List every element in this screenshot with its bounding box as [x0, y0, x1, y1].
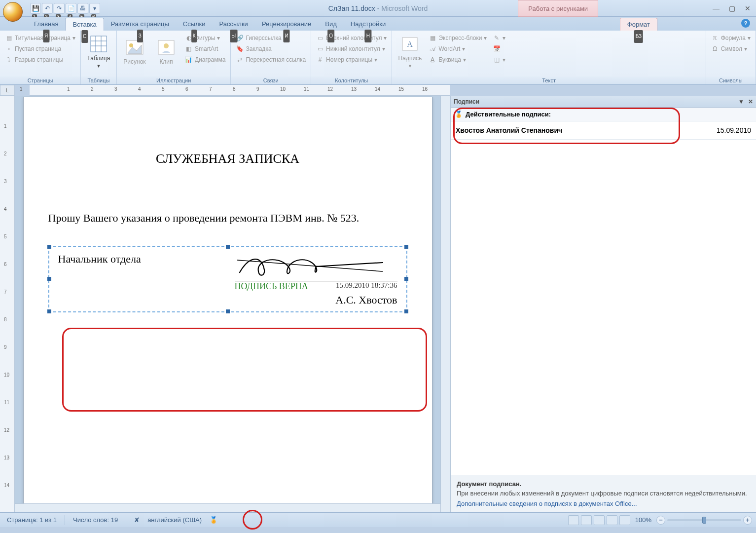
qat-redo[interactable]: ↷3 [54, 3, 65, 14]
quickparts-button[interactable]: ▦Экспресс-блоки ▾ [427, 33, 489, 43]
footer-button[interactable]: ▭Нижний колонтитул ▾ [314, 43, 389, 54]
group-text: A Надпись▼ ▦Экспресс-блоки ▾ 𝒜WordArt ▾ … [392, 31, 706, 84]
header-button[interactable]: ▭Верхний колонтитул ▾ [314, 33, 389, 43]
status-page[interactable]: Страница: 1 из 1 [4, 516, 60, 524]
resize-handle[interactable] [47, 309, 51, 313]
document-area[interactable]: СЛУЖЕБНАЯ ЗАПИСКА Прошу Вашего указания … [15, 96, 440, 512]
wordart-button[interactable]: 𝒜WordArt ▾ [427, 43, 489, 54]
bookmark-button[interactable]: 🔖Закладка [234, 43, 308, 54]
ruler-tick: 12 [4, 427, 9, 433]
maximize-button[interactable]: ▢ [726, 4, 737, 12]
ruler-tick: 15 [398, 86, 404, 92]
horizontal-scrollbar[interactable] [15, 503, 440, 512]
svg-text:A: A [407, 40, 413, 48]
picture-button[interactable]: Рисунок [120, 33, 149, 71]
dropcap-button[interactable]: A̲Буквица ▾ [427, 54, 489, 65]
qat-item-4[interactable]: 📄4 [66, 3, 76, 14]
object-button[interactable]: ◫▾ [491, 54, 507, 65]
chart-button[interactable]: 📊Диаграмма [183, 54, 227, 65]
symbol-button[interactable]: ΩСимвол ▾ [709, 43, 753, 54]
view-full-screen[interactable] [581, 515, 592, 525]
qat-item-6[interactable]: ▾6 [89, 3, 100, 14]
group-label: Страницы [0, 76, 80, 84]
tab-review[interactable]: РецензированиеИ [255, 18, 318, 31]
pane-close-icon[interactable]: ✕ [748, 98, 753, 105]
tab-mailings[interactable]: РассылкиЫ [213, 18, 255, 31]
group-pages: ▤Титульная страница ▾ ▫Пустая страница ⤵… [0, 31, 81, 84]
resize-handle[interactable] [404, 277, 408, 281]
resize-handle[interactable] [226, 309, 230, 313]
keytip: БЗ [634, 30, 644, 43]
signatures-pane-footer: Документ подписан. При внесении любых из… [451, 475, 756, 512]
resize-handle[interactable] [226, 245, 230, 249]
ruler-tick: 14 [375, 86, 380, 92]
pane-dropdown-icon[interactable]: ▼ [738, 98, 744, 105]
signature-object[interactable]: Начальник отдела ПОДПИСЬ ВЕРНА 15.09.201… [48, 246, 407, 312]
keytip: К [191, 30, 197, 42]
minimize-button[interactable]: — [711, 4, 721, 12]
tab-addins[interactable]: НадстройкиН [344, 18, 393, 31]
crossref-button[interactable]: ⇄Перекрестная ссылка [234, 54, 308, 65]
view-outline[interactable] [607, 515, 617, 525]
group-links: 🔗Гиперссылка 🔖Закладка ⇄Перекрестная ссы… [231, 31, 311, 84]
smartart-button[interactable]: ◧SmartArt [183, 43, 227, 54]
equation-button[interactable]: πФормула ▾ [709, 33, 753, 43]
resize-handle[interactable] [404, 309, 408, 313]
tab-view[interactable]: ВидО [318, 18, 344, 31]
hyperlink-button[interactable]: 🔗Гиперссылка [234, 33, 308, 43]
tab-page-layout[interactable]: Разметка страницыЗ [104, 18, 176, 31]
zoom-slider[interactable] [667, 519, 741, 521]
ruler-tick: 5 [4, 234, 7, 239]
ruler-tick: 9 [4, 344, 7, 350]
status-word-count[interactable]: Число слов: 19 [70, 516, 121, 524]
ruler-tick: 5 [162, 86, 165, 92]
keytip: И [283, 30, 289, 42]
group-symbols: πФормула ▾ ΩСимвол ▾ Символы [706, 31, 756, 84]
status-signature[interactable]: 🏅 [207, 516, 220, 524]
close-button[interactable]: ✕ [742, 4, 753, 12]
shapes-button[interactable]: ◐Фигуры ▾ [183, 33, 227, 43]
help-icon[interactable]: ? [741, 19, 750, 28]
resize-handle[interactable] [404, 245, 408, 249]
annotation-highlight [243, 510, 262, 530]
cover-page-button[interactable]: ▤Титульная страница ▾ [3, 33, 77, 43]
qat-undo[interactable]: ↶2 [42, 3, 53, 14]
signature-icon: ✎ [493, 34, 501, 42]
table-button[interactable]: Таблица▼ [84, 33, 113, 71]
vertical-ruler[interactable]: 1234567891011121314 [0, 96, 15, 512]
textbox-button[interactable]: A Надпись▼ [395, 33, 425, 71]
ruler-corner[interactable]: L [0, 85, 15, 96]
zoom-thumb[interactable] [702, 517, 706, 524]
qat-item-5[interactable]: 🖶5 [77, 3, 88, 14]
status-proofing[interactable]: ✘ [131, 516, 143, 524]
signature-entry[interactable]: Хвостов Анатолий Степанович 15.09.2010 [451, 121, 756, 140]
view-print-layout[interactable] [568, 515, 579, 525]
office-button[interactable] [3, 2, 23, 22]
tab-format[interactable]: ФорматБЗ [620, 18, 657, 31]
page-number-button[interactable]: #Номер страницы ▾ [314, 54, 389, 65]
zoom-out-button[interactable]: − [656, 516, 665, 525]
zoom-percent[interactable]: 100% [632, 516, 654, 524]
group-illustrations: Рисунок Клип ◐Фигуры ▾ ◧SmartArt 📊Диагра… [117, 31, 231, 84]
horizontal-ruler[interactable]: 112345678910111213141516 [30, 85, 450, 96]
clip-button[interactable]: Клип [151, 33, 181, 71]
wordart-icon: 𝒜 [429, 45, 436, 53]
page-break-button[interactable]: ⤵Разрыв страницы [3, 54, 77, 65]
blank-page-button[interactable]: ▫Пустая страница [3, 43, 77, 54]
tab-insert[interactable]: ВставкаС [65, 18, 104, 31]
zoom-in-button[interactable]: + [743, 516, 752, 525]
view-draft[interactable] [619, 515, 630, 525]
view-web-layout[interactable] [594, 515, 605, 525]
qat-save[interactable]: 💾1 [30, 3, 41, 14]
status-language[interactable]: английский (США) [144, 516, 205, 524]
datetime-button[interactable]: 📅 [491, 43, 507, 54]
resize-handle[interactable] [47, 277, 51, 281]
vertical-scrollbar[interactable] [440, 96, 450, 512]
resize-handle[interactable] [47, 245, 51, 249]
ruler-tick: 2 [4, 151, 7, 156]
signature-help-link[interactable]: Дополнительные сведения о подписях в док… [457, 500, 750, 507]
sigline-button[interactable]: ✎▾ [491, 33, 507, 43]
tab-references[interactable]: СсылкиК [176, 18, 213, 31]
tab-home[interactable]: ГлавнаяЯ [27, 18, 65, 31]
smartart-icon: ◧ [185, 45, 193, 53]
